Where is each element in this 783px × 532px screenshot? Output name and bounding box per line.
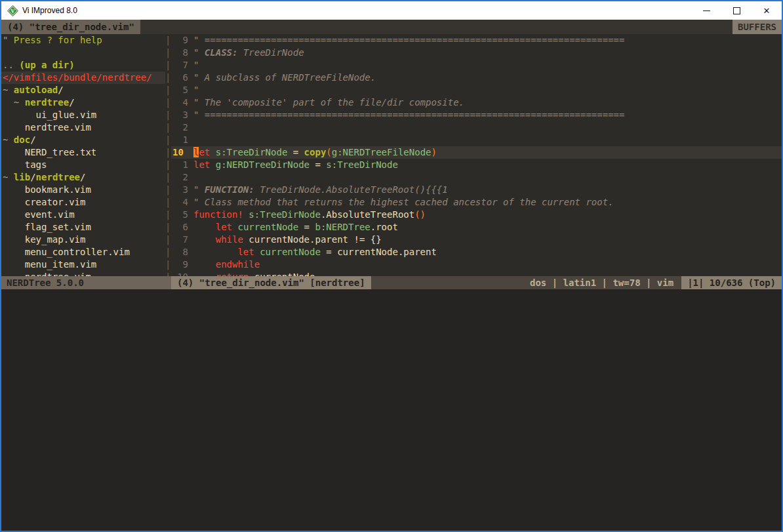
maximize-icon bbox=[733, 7, 740, 14]
code-text bbox=[193, 171, 782, 184]
separator-pipe: | bbox=[165, 96, 171, 109]
tree-item[interactable]: bookmark.vim bbox=[1, 184, 165, 196]
line-number: 6 bbox=[171, 72, 193, 84]
tree-root-path[interactable]: </vimfiles/bundle/nerdtree/ bbox=[1, 72, 165, 84]
code-text: " ======================================… bbox=[193, 109, 782, 121]
tree-item[interactable]: key_map.vim bbox=[1, 234, 165, 246]
code-line[interactable]: 2 bbox=[171, 171, 782, 184]
active-buffer-tab[interactable]: (4) "tree_dir_node.vim" bbox=[1, 20, 140, 34]
current-code-line[interactable]: 10let s:TreeDirNode = copy(g:NERDTreeFil… bbox=[171, 146, 782, 159]
tree-item[interactable]: creator.vim bbox=[1, 196, 165, 209]
code-line[interactable]: 1let g:NERDTreeDirNode = s:TreeDirNode bbox=[171, 159, 782, 171]
editor-area: " Press ? for help.. (up a dir)</vimfile… bbox=[1, 34, 782, 276]
code-text: " Class method that returns the highest … bbox=[193, 196, 782, 209]
vim-tabline: (4) "tree_dir_node.vim" BUFFERS bbox=[1, 20, 782, 34]
close-icon: ✕ bbox=[763, 6, 771, 16]
status-filename: (4) "tree_dir_node.vim" [nerdtree] bbox=[171, 276, 371, 289]
tree-item[interactable]: nerdtree.vim bbox=[1, 271, 165, 276]
separator-pipe: | bbox=[165, 271, 171, 276]
line-number: 6 bbox=[171, 221, 193, 234]
code-line[interactable]: 6" A subclass of NERDTreeFileNode. bbox=[171, 72, 782, 84]
separator-pipe: | bbox=[165, 121, 171, 134]
code-text: return currentNode bbox=[193, 271, 782, 276]
tree-item[interactable]: ui_glue.vim bbox=[1, 109, 165, 121]
line-number: 8 bbox=[171, 47, 193, 59]
code-line[interactable]: 3" FUNCTION: TreeDirNode.AbsoluteTreeRoo… bbox=[171, 184, 782, 196]
code-text bbox=[193, 121, 782, 134]
tree-item[interactable]: menu_controller.vim bbox=[1, 246, 165, 258]
line-number: 1 bbox=[171, 134, 193, 146]
separator-pipe: | bbox=[165, 34, 171, 47]
code-line[interactable]: 7" bbox=[171, 59, 782, 72]
code-line[interactable]: 5function! s:TreeDirNode.AbsoluteTreeRoo… bbox=[171, 209, 782, 221]
code-text: endwhile bbox=[193, 258, 782, 271]
separator-pipe: | bbox=[165, 134, 171, 146]
command-line[interactable] bbox=[1, 289, 782, 531]
code-line[interactable]: 9 endwhile bbox=[171, 258, 782, 271]
tree-item[interactable]: ~ autoload/ bbox=[1, 84, 165, 96]
status-fileinfo: dos | latin1 | tw=78 | vim bbox=[371, 276, 682, 289]
separator-pipe: | bbox=[165, 258, 171, 271]
code-text bbox=[193, 134, 782, 146]
separator-pipe: | bbox=[165, 209, 171, 221]
separator-pipe: | bbox=[165, 234, 171, 246]
code-text: function! s:TreeDirNode.AbsoluteTreeRoot… bbox=[193, 209, 782, 221]
tree-item[interactable]: ~ doc/ bbox=[1, 134, 165, 146]
line-number: 4 bbox=[171, 196, 193, 209]
tree-item[interactable]: flag_set.vim bbox=[1, 221, 165, 234]
code-line[interactable]: 4" The 'composite' part of the file/dir … bbox=[171, 96, 782, 109]
code-line[interactable]: 8" CLASS: TreeDirNode bbox=[171, 47, 782, 59]
separator-pipe: | bbox=[165, 171, 171, 184]
code-line[interactable]: 8 let currentNode = currentNode.parent bbox=[171, 246, 782, 258]
separator-pipe: | bbox=[165, 72, 171, 84]
tree-up-a-dir[interactable]: .. (up a dir) bbox=[1, 59, 165, 72]
tree-item[interactable]: ~ nerdtree/ bbox=[1, 96, 165, 109]
line-number: 8 bbox=[171, 246, 193, 258]
code-line[interactable]: 3" =====================================… bbox=[171, 109, 782, 121]
vim-window: V Vi IMproved 8.0 ✕ (4) "tree_dir_node.v… bbox=[0, 0, 783, 532]
code-line[interactable]: 4" Class method that returns the highest… bbox=[171, 196, 782, 209]
tree-item[interactable]: nerdtree.vim bbox=[1, 121, 165, 134]
separator-pipe: | bbox=[165, 146, 171, 159]
code-text: let currentNode = currentNode.parent bbox=[193, 246, 782, 258]
code-line[interactable]: 5" bbox=[171, 84, 782, 96]
separator-pipe: | bbox=[165, 184, 171, 196]
line-number: 1 bbox=[171, 159, 193, 171]
line-number: 5 bbox=[171, 84, 193, 96]
line-number: 4 bbox=[171, 96, 193, 109]
nerdtree-status: NERDTree 5.0.0 bbox=[1, 276, 171, 289]
close-button[interactable]: ✕ bbox=[752, 1, 782, 20]
code-text: " CLASS: TreeDirNode bbox=[193, 47, 782, 59]
code-line[interactable]: 2 bbox=[171, 121, 782, 134]
tree-item[interactable]: menu_item.vim bbox=[1, 258, 165, 271]
code-line[interactable]: 7 while currentNode.parent != {} bbox=[171, 234, 782, 246]
code-text: " FUNCTION: TreeDirNode.AbsoluteTreeRoot… bbox=[193, 184, 782, 196]
code-line[interactable]: 1 bbox=[171, 134, 782, 146]
code-line[interactable]: 6 let currentNode = b:NERDTree.root bbox=[171, 221, 782, 234]
line-number: 10 bbox=[171, 271, 193, 276]
tree-item[interactable]: NERD_tree.txt bbox=[1, 146, 165, 159]
code-line[interactable]: 10 return currentNode bbox=[171, 271, 782, 276]
code-text: " A subclass of NERDTreeFileNode. bbox=[193, 72, 782, 84]
maximize-button[interactable] bbox=[721, 1, 752, 20]
code-text: let g:NERDTreeDirNode = s:TreeDirNode bbox=[193, 159, 782, 171]
tree-item[interactable]: tags bbox=[1, 159, 165, 171]
tree-item[interactable]: event.vim bbox=[1, 209, 165, 221]
tree-item[interactable]: ~ lib/nerdtree/ bbox=[1, 171, 165, 184]
line-number: 3 bbox=[171, 184, 193, 196]
tree-help-line[interactable]: " Press ? for help bbox=[1, 34, 165, 47]
code-text: " ======================================… bbox=[193, 34, 782, 47]
separator-pipe: | bbox=[165, 109, 171, 121]
line-number: 5 bbox=[171, 209, 193, 221]
line-number: 10 bbox=[171, 146, 193, 159]
minimize-button[interactable] bbox=[691, 1, 721, 20]
window-controls: ✕ bbox=[691, 1, 782, 20]
separator-pipe: | bbox=[165, 159, 171, 171]
code-text: while currentNode.parent != {} bbox=[193, 234, 782, 246]
code-text: " bbox=[193, 84, 782, 96]
buffers-label: BUFFERS bbox=[733, 20, 782, 34]
line-number: 2 bbox=[171, 121, 193, 134]
separator-pipe: | bbox=[165, 221, 171, 234]
window-separator[interactable]: ||||||||||||||||||||||||||||||||||||| bbox=[165, 34, 171, 276]
code-line[interactable]: 9" =====================================… bbox=[171, 34, 782, 47]
